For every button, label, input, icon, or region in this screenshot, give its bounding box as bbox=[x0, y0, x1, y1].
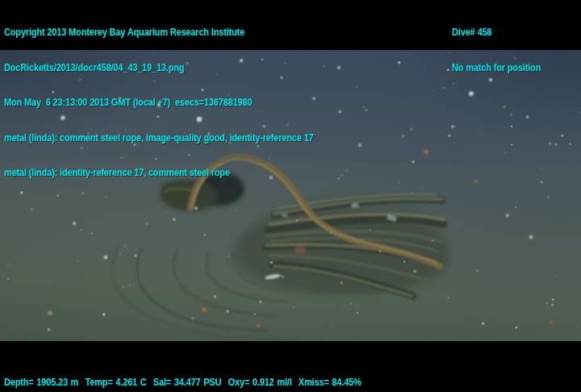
depth-reading: Depth=1905.23m bbox=[4, 377, 78, 388]
annotation-line-1: metal (linda): comment steel rope, image… bbox=[4, 132, 314, 144]
oxygen-reading: Oxy=0.912ml/l bbox=[228, 377, 292, 388]
transmissivity-reading: Xmiss=84.45% bbox=[299, 377, 365, 388]
salinity-reading: Sal=34.477PSU bbox=[153, 377, 221, 388]
rov-video-frame: Copyright 2013 Monterey Bay Aquarium Res… bbox=[0, 0, 581, 392]
telemetry-bar: Depth=1905.23mTemp=4.261CSal=34.477PSUOx… bbox=[4, 377, 371, 389]
temp-reading: Temp=4.261C bbox=[86, 377, 147, 388]
copyright-line: Copyright 2013 Monterey Bay Aquarium Res… bbox=[4, 27, 314, 39]
timestamp-line: Mon May 6 23:13:00 2013 GMT (local +7) e… bbox=[4, 97, 314, 109]
overlay-dive-info: Dive# 458 No match for position bbox=[452, 3, 541, 97]
overlay-metadata: Copyright 2013 Monterey Bay Aquarium Res… bbox=[4, 3, 314, 202]
annotation-line-2: metal (linda): identity-reference 17, co… bbox=[4, 167, 314, 179]
filepath-line: DocRicketts/2013/docr458/04_43_19_13.png bbox=[4, 62, 314, 74]
position-status: No match for position bbox=[452, 62, 541, 74]
dive-number: Dive# 458 bbox=[452, 27, 541, 39]
